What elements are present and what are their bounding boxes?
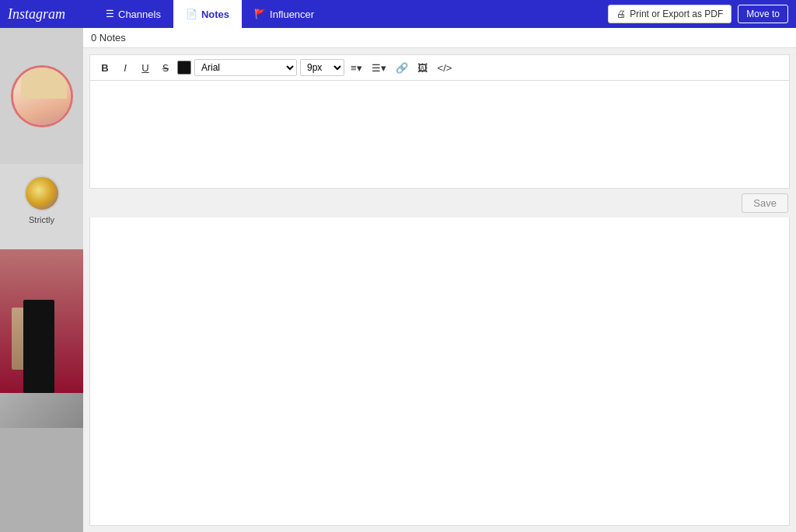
notes-icon: 📄	[186, 9, 197, 19]
font-family-select[interactable]: Arial Times New Roman Verdana Georgia	[194, 59, 297, 76]
align-button[interactable]: ≡▾	[347, 59, 365, 76]
avatar[interactable]	[11, 65, 73, 127]
save-button[interactable]: Save	[742, 193, 788, 213]
notes-count-bar: 0 Notes	[83, 28, 796, 48]
move-to-label: Move to	[746, 9, 780, 19]
image-button[interactable]: 🖼	[414, 59, 431, 76]
sidebar-image-2[interactable]	[0, 393, 83, 428]
notes-count: 0 Notes	[91, 32, 126, 43]
main-content: 0 Notes B I U S̶ Arial Times New Roman V…	[83, 28, 796, 532]
color-picker[interactable]	[177, 61, 191, 75]
italic-button[interactable]: I	[117, 59, 134, 76]
editor-toolbar: B I U S̶ Arial Times New Roman Verdana G…	[89, 54, 790, 80]
influencer-icon: 🚩	[254, 9, 266, 19]
channels-icon: ☰	[106, 9, 114, 19]
editor-area[interactable]	[89, 80, 790, 189]
sidebar-profile-area	[0, 28, 83, 164]
nav-right-actions: 🖨 Print or Export as PDF Move to	[608, 5, 788, 23]
sidebar-item-label: Strictly	[29, 215, 54, 224]
top-navigation: Instagram ☰ Channels 📄 Notes 🚩 Influence…	[0, 0, 796, 28]
tab-channels[interactable]: ☰ Channels	[93, 0, 173, 28]
avatar-image	[13, 68, 71, 125]
tab-influencer-label: Influencer	[270, 9, 314, 20]
font-size-select[interactable]: 8px 9px 10px 12px 14px	[300, 59, 344, 76]
small-avatar[interactable]	[24, 176, 60, 211]
save-area: Save	[83, 189, 796, 217]
print-button-label: Print or Export as PDF	[630, 9, 723, 19]
strikethrough-button[interactable]: S̶	[157, 59, 174, 76]
sidebar-images	[0, 249, 83, 532]
sidebar-image-1[interactable]	[0, 249, 83, 393]
sidebar-mid-section: Strictly	[0, 164, 83, 249]
tab-notes[interactable]: 📄 Notes	[173, 0, 242, 28]
tab-influencer[interactable]: 🚩 Influencer	[242, 0, 326, 28]
underline-button[interactable]: U	[137, 59, 154, 76]
bold-button[interactable]: B	[96, 59, 113, 76]
sidebar: Strictly	[0, 28, 83, 532]
editor-blank-area	[89, 217, 790, 526]
print-icon: 🖨	[616, 9, 626, 19]
main-layout: Strictly 0 Notes B I U S̶ Arial Times Ne…	[0, 28, 796, 532]
link-button[interactable]: 🔗	[393, 59, 411, 76]
tab-notes-label: Notes	[201, 9, 229, 20]
list-button[interactable]: ☰▾	[368, 59, 389, 76]
app-logo: Instagram	[8, 6, 86, 23]
code-button[interactable]: </>	[435, 59, 456, 76]
move-to-button[interactable]: Move to	[738, 5, 788, 23]
tab-channels-label: Channels	[118, 9, 161, 20]
print-export-button[interactable]: 🖨 Print or Export as PDF	[608, 5, 731, 23]
nav-tabs: ☰ Channels 📄 Notes 🚩 Influencer	[93, 0, 326, 28]
